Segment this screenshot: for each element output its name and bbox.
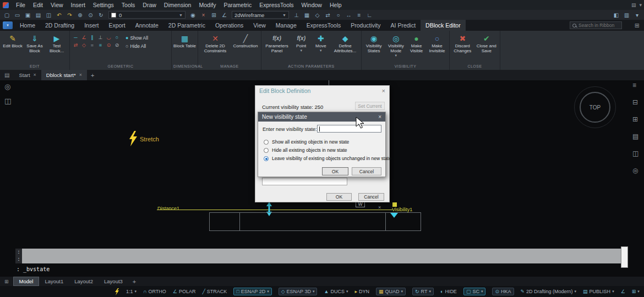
angle-constraint-icon[interactable]: ∠ [80, 34, 88, 41]
status-quad[interactable]: ▦QUAD▾ [376, 288, 406, 295]
open-icon[interactable]: ▭ [13, 11, 22, 19]
tab-ai-predict[interactable]: AI Predict [386, 20, 421, 31]
tab-productivity[interactable]: Productivity [346, 20, 385, 31]
menu-insert[interactable]: Insert [67, 0, 89, 10]
tab-dblock-editor[interactable]: DBlock Editor [421, 20, 466, 31]
dialog-title-bar[interactable]: New visibility state × [258, 112, 385, 122]
menu-draw[interactable]: Draw [139, 0, 160, 10]
radio-hide-all-label[interactable]: Hide all existing objects in new state [272, 147, 347, 153]
target-panel-icon[interactable]: ◎ [632, 167, 638, 174]
status-esnap-2d[interactable]: □ESNAP 2D▾ [233, 288, 271, 295]
window-controls[interactable]: ▤▾ [631, 0, 642, 10]
swap-icon[interactable]: ⇄ [323, 11, 332, 19]
command-scrollbar[interactable] [621, 246, 628, 268]
close-icon[interactable]: × [378, 114, 381, 120]
close-and-save-button[interactable]: ✔ Close and Save [475, 32, 498, 53]
status-sc[interactable]: ▢SC▾ [463, 288, 486, 295]
status-workspace[interactable]: ✎2D Drafting (Modern)▾ [521, 289, 577, 294]
status-esnap-3d[interactable]: ◇ESNAP 3D▾ [279, 288, 318, 295]
tab-2d-drafting[interactable]: 2D Drafting [40, 20, 79, 31]
status-strack[interactable]: ╱STRACK [202, 289, 227, 294]
discard-changes-button[interactable]: ✖ Discard Changes [451, 32, 474, 53]
tiles-panel-icon[interactable]: ◫ [632, 150, 638, 157]
grid-icon[interactable]: ▦ [302, 11, 312, 19]
parallel-constraint-icon[interactable]: ∥ [88, 34, 96, 41]
osnap-icon[interactable]: ○ [334, 11, 343, 19]
tab-annotate[interactable]: Annotate [130, 20, 163, 31]
status-rt[interactable]: ↻RT▾ [412, 288, 434, 295]
erase-icon[interactable]: × [199, 11, 208, 19]
ok-button[interactable]: OK [326, 193, 352, 201]
status-ducs[interactable]: ▲DUCS▾ [324, 289, 348, 294]
print-icon[interactable]: ▤ [34, 11, 43, 19]
block-table-button[interactable]: ▦ Block Table [173, 32, 196, 48]
save-icon[interactable]: ▣ [23, 11, 32, 19]
toolbar-overflow-icon[interactable]: ▾ [632, 11, 642, 19]
menu-expresstools[interactable]: ExpressTools [255, 0, 297, 10]
doc-tab-start[interactable]: Start × [14, 70, 41, 80]
ribbon-menu-button[interactable]: ▾ [3, 21, 13, 29]
menu-dimension[interactable]: Dimension [160, 0, 195, 10]
states-listbox[interactable] [262, 178, 347, 185]
cancel-button[interactable]: Cancel [358, 193, 384, 201]
menu-window[interactable]: Window [298, 0, 326, 10]
doc-tab-dblock-start[interactable]: Dblock start* × [41, 70, 87, 80]
menu-file[interactable]: File [12, 0, 29, 10]
redo-icon[interactable]: ↷ [65, 11, 74, 19]
tab-export[interactable]: Export [103, 20, 130, 31]
status-publish[interactable]: ▤PUBLISH▾ [583, 289, 614, 294]
grip-square[interactable] [392, 202, 397, 207]
sheets-panel-icon[interactable]: ▤ [632, 133, 638, 140]
menu-modify[interactable]: Modify [195, 0, 220, 10]
radio-leave-unchanged-label[interactable]: Leave visibility of existing objects unc… [272, 156, 391, 161]
define-attributes-button[interactable]: ◆ Define Attributes... [331, 32, 359, 53]
swap-constraint-icon[interactable]: ⇄ [72, 41, 80, 49]
set-current-button[interactable]: Set Current [355, 102, 385, 110]
concentric-constraint-icon[interactable]: ⊙ [105, 41, 113, 49]
measure-icon[interactable]: ∠ [220, 11, 229, 19]
visibility-states-button[interactable]: ◉ Visibility States [363, 32, 384, 53]
close-icon[interactable]: × [79, 70, 82, 80]
dialog-title-bar[interactable]: Edit Block Definition × [255, 86, 389, 96]
menu-tools[interactable]: Tools [118, 0, 139, 10]
tab-expresstools[interactable]: ExpressTools [302, 20, 346, 31]
panel-toggle-icon[interactable]: ▤ [631, 0, 636, 10]
layout-list-icon[interactable]: ⊞ [4, 279, 9, 284]
sheets-icon[interactable]: ▥ [622, 11, 631, 19]
radio-show-all[interactable] [264, 140, 269, 145]
diamond-constraint-icon[interactable]: ◇ [80, 41, 88, 49]
layout-tab-layout1[interactable]: Layout1 [39, 277, 69, 285]
status-hide[interactable]: ◐HIDE [440, 289, 457, 294]
command-input-line[interactable]: : _bvstate [17, 266, 50, 272]
layout-tab-layout2[interactable]: Layout2 [69, 277, 99, 285]
status-dyn[interactable]: ▸DYN [354, 289, 369, 294]
add-layout-button[interactable]: + [128, 278, 140, 285]
status-ortho[interactable]: ∩ORTHO [143, 289, 166, 294]
new-icon[interactable]: ▢ [2, 11, 12, 19]
line-constraint-icon[interactable]: ─ [72, 34, 80, 41]
make-invisible-button[interactable]: ○ Make Invisible [427, 32, 447, 53]
menu-settings[interactable]: Settings [89, 0, 118, 10]
visibility-parameter-label[interactable]: Visibility1 [392, 207, 412, 212]
command-history-panel[interactable] [22, 249, 621, 263]
layout-tab-layout3[interactable]: Layout3 [99, 277, 128, 285]
close-icon[interactable]: × [34, 70, 36, 80]
tab-2d-parametric[interactable]: 2D Parametric [163, 20, 210, 31]
cancel-button[interactable]: Cancel [352, 167, 381, 175]
save-as-block-button[interactable]: ⇓ Save As Block [24, 32, 45, 53]
coincident-constraint-icon[interactable]: ≡ [96, 41, 105, 49]
distance-icon[interactable]: ↔ [344, 11, 353, 19]
match-properties-icon[interactable]: ◉ [188, 11, 198, 19]
panels-icon[interactable]: ◧ [612, 11, 621, 19]
status-hka[interactable]: ⊙HKA [492, 288, 514, 295]
radio-hide-all[interactable] [264, 148, 269, 153]
menu-overflow-icon[interactable]: ▾ [639, 0, 642, 10]
status-scale[interactable]: 1:1▾ [126, 289, 137, 294]
status-expand[interactable]: ⊞▾ [632, 289, 640, 294]
sheet-set-icon[interactable]: ◫ [44, 11, 53, 19]
viewcube[interactable]: TOP [580, 92, 610, 123]
tab-manage[interactable]: Manage [271, 20, 302, 31]
search-input[interactable] [578, 23, 619, 28]
delete-2d-constraints-button[interactable]: ✕ Delete 2D Constraints [200, 32, 231, 53]
make-visible-button[interactable]: ● Make Visible [407, 32, 425, 53]
